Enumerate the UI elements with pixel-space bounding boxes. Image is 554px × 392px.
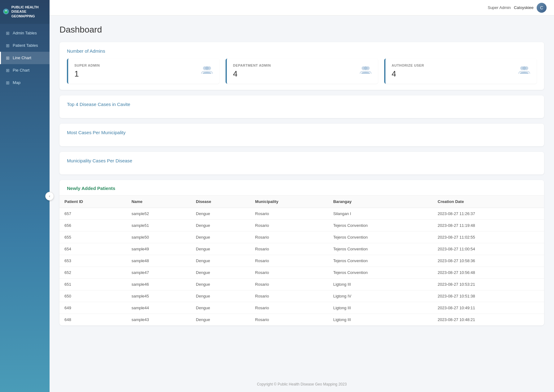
sidebar: PUBLIC HEALTH DISEASE GEOMAPPING ⊞ Admin… bbox=[0, 0, 50, 392]
col-municipality: Municipality bbox=[250, 196, 328, 208]
cell-municipality: Rosario bbox=[250, 290, 328, 302]
app-logo-icon bbox=[3, 6, 9, 17]
cell-id: 656 bbox=[59, 220, 126, 231]
sidebar-item-label: Pie Chart bbox=[13, 68, 29, 73]
authorize-user-card: AUTHORIZE USER 4 bbox=[384, 59, 537, 84]
table-row: 651sample46DengueRosarioLigtong III2023-… bbox=[59, 279, 544, 290]
topbar-role: Super Admin bbox=[488, 5, 511, 10]
patient-tables-icon: ⊞ bbox=[6, 43, 10, 48]
cell-name: sample45 bbox=[126, 290, 191, 302]
cell-id: 651 bbox=[59, 279, 126, 290]
cell-disease: Dengue bbox=[191, 208, 250, 220]
number-of-admins-section: Number of Admins SUPER ADMIN 1 bbox=[59, 42, 544, 90]
cell-barangay: Ligtong III bbox=[328, 302, 433, 314]
cell-id: 648 bbox=[59, 314, 126, 326]
cell-barangay: Tejeros Convention bbox=[328, 255, 433, 267]
sidebar-item-map[interactable]: ⊞ Map bbox=[0, 77, 50, 89]
cell-name: sample52 bbox=[126, 208, 191, 220]
cell-barangay: Tejeros Convention bbox=[328, 267, 433, 279]
disease-cases-title: Top 4 Disease Cases in Cavite bbox=[67, 102, 537, 107]
svg-point-6 bbox=[205, 66, 209, 70]
table-row: 657sample52DengueRosarioSilangan I2023-0… bbox=[59, 208, 544, 220]
cell-disease: Dengue bbox=[191, 231, 250, 243]
cell-disease: Dengue bbox=[191, 267, 250, 279]
footer: Copyright © Public Health Disease Geo Ma… bbox=[50, 377, 554, 392]
cell-municipality: Rosario bbox=[250, 302, 328, 314]
number-of-admins-title: Number of Admins bbox=[67, 48, 537, 54]
cell-name: sample50 bbox=[126, 231, 191, 243]
topbar: Super Admin Caloyskiee C bbox=[50, 0, 554, 15]
app-title: PUBLIC HEALTH DISEASE GEOMAPPING bbox=[11, 5, 46, 18]
col-disease: Disease bbox=[191, 196, 250, 208]
cell-id: 650 bbox=[59, 290, 126, 302]
super-admin-icon bbox=[201, 65, 213, 77]
cell-creation_date: 2023-08-27 10:51:38 bbox=[433, 290, 544, 302]
cell-creation_date: 2023-08-27 10:56:48 bbox=[433, 267, 544, 279]
sidebar-item-label: Admin Tables bbox=[13, 31, 37, 35]
sidebar-item-admin-tables[interactable]: ⊞ Admin Tables bbox=[0, 27, 50, 39]
cell-barangay: Tejeros Convention bbox=[328, 231, 433, 243]
logo-container: PUBLIC HEALTH DISEASE GEOMAPPING bbox=[0, 0, 50, 24]
cell-barangay: Silangan I bbox=[328, 208, 433, 220]
cell-disease: Dengue bbox=[191, 279, 250, 290]
disease-cases-section: Top 4 Disease Cases in Cavite bbox=[59, 95, 544, 118]
admin-cards-container: SUPER ADMIN 1 bbox=[67, 59, 537, 84]
cell-creation_date: 2023-08-27 10:49:11 bbox=[433, 302, 544, 314]
col-creation-date: Creation Date bbox=[433, 196, 544, 208]
svg-point-12 bbox=[522, 66, 526, 70]
super-admin-value: 1 bbox=[74, 69, 100, 79]
table-row: 652sample47DengueRosarioTejeros Conventi… bbox=[59, 267, 544, 279]
cell-id: 655 bbox=[59, 231, 126, 243]
cell-disease: Dengue bbox=[191, 220, 250, 231]
cell-id: 654 bbox=[59, 243, 126, 255]
sidebar-item-pie-chart[interactable]: ⊞ Pie Chart bbox=[0, 64, 50, 77]
cell-creation_date: 2023-08-27 11:26:37 bbox=[433, 208, 544, 220]
cell-barangay: Tejeros Convention bbox=[328, 243, 433, 255]
line-chart-icon: ⊞ bbox=[6, 55, 10, 60]
municipality-cases-section: Municipality Cases Per Disease bbox=[59, 152, 544, 174]
sidebar-item-line-chart[interactable]: ⊞ Line Chart bbox=[0, 52, 50, 64]
cell-id: 657 bbox=[59, 208, 126, 220]
cell-id: 653 bbox=[59, 255, 126, 267]
avatar-initial: C bbox=[540, 5, 543, 10]
cell-id: 649 bbox=[59, 302, 126, 314]
cell-barangay: Ligtong IV bbox=[328, 290, 433, 302]
cell-name: sample43 bbox=[126, 314, 191, 326]
sidebar-nav: ⊞ Admin Tables ⊞ Patient Tables ⊞ Line C… bbox=[0, 27, 50, 89]
cell-name: sample47 bbox=[126, 267, 191, 279]
most-cases-section: Most Cases Per Municipality bbox=[59, 124, 544, 146]
table-row: 655sample50DengueRosarioTejeros Conventi… bbox=[59, 231, 544, 243]
authorize-user-icon bbox=[518, 65, 530, 77]
sidebar-item-label: Map bbox=[13, 80, 20, 85]
pie-chart-icon: ⊞ bbox=[6, 68, 10, 73]
cell-name: sample49 bbox=[126, 243, 191, 255]
svg-point-3 bbox=[5, 10, 7, 11]
map-icon: ⊞ bbox=[6, 80, 10, 85]
cell-municipality: Rosario bbox=[250, 255, 328, 267]
super-admin-card: SUPER ADMIN 1 bbox=[67, 59, 219, 84]
cell-barangay: Tejeros Convention bbox=[328, 220, 433, 231]
table-row: 653sample48DengueRosarioTejeros Conventi… bbox=[59, 255, 544, 267]
department-admin-card: DEPARTMENT ADMIN 4 bbox=[226, 59, 378, 84]
main-area: Super Admin Caloyskiee C Dashboard Numbe… bbox=[50, 0, 554, 392]
sidebar-collapse-button[interactable]: ‹ bbox=[45, 192, 54, 200]
sidebar-item-label: Patient Tables bbox=[13, 43, 38, 48]
cell-creation_date: 2023-08-27 10:58:36 bbox=[433, 255, 544, 267]
table-row: 656sample51DengueRosarioTejeros Conventi… bbox=[59, 220, 544, 231]
authorize-user-label: AUTHORIZE USER bbox=[392, 64, 424, 67]
newly-added-section: Newly Added Patients Patient ID Name Dis… bbox=[59, 180, 544, 325]
table-row: 650sample45DengueRosarioLigtong IV2023-0… bbox=[59, 290, 544, 302]
table-body: 657sample52DengueRosarioSilangan I2023-0… bbox=[59, 208, 544, 326]
department-admin-value: 4 bbox=[233, 69, 271, 79]
newly-added-header: Newly Added Patients bbox=[59, 180, 544, 196]
department-admin-label: DEPARTMENT ADMIN bbox=[233, 64, 271, 67]
table-row: 654sample49DengueRosarioTejeros Conventi… bbox=[59, 243, 544, 255]
cell-creation_date: 2023-08-27 11:19:48 bbox=[433, 220, 544, 231]
cell-disease: Dengue bbox=[191, 302, 250, 314]
newly-added-title: Newly Added Patients bbox=[67, 186, 537, 191]
table-row: 648sample43DengueRosarioLigtong III2023-… bbox=[59, 314, 544, 326]
svg-point-9 bbox=[364, 66, 367, 70]
sidebar-item-patient-tables[interactable]: ⊞ Patient Tables bbox=[0, 39, 50, 52]
cell-municipality: Rosario bbox=[250, 231, 328, 243]
col-name: Name bbox=[126, 196, 191, 208]
